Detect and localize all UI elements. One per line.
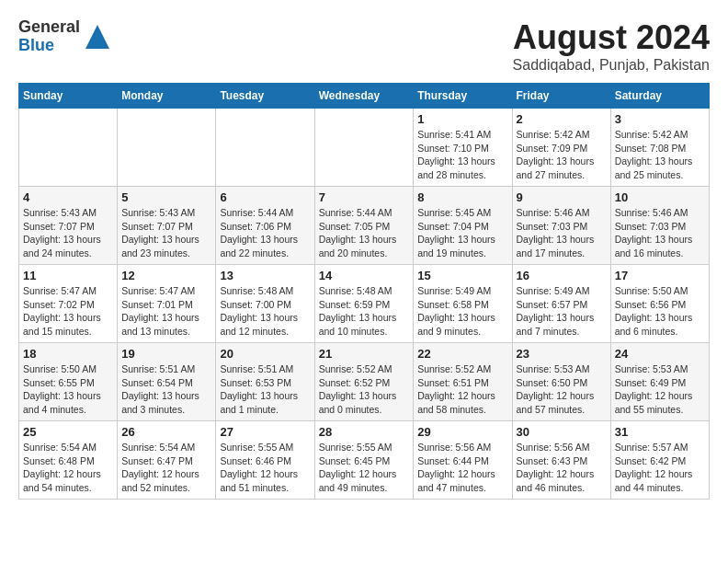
- calendar-cell: 7Sunrise: 5:44 AM Sunset: 7:05 PM Daylig…: [314, 187, 414, 265]
- logo: General Blue: [18, 18, 111, 55]
- day-info: Sunrise: 5:52 AM Sunset: 6:51 PM Dayligh…: [417, 362, 507, 417]
- day-header-sunday: Sunday: [19, 84, 118, 109]
- day-header-monday: Monday: [118, 84, 216, 109]
- calendar-cell: 1Sunrise: 5:41 AM Sunset: 7:10 PM Daylig…: [414, 109, 512, 187]
- calendar-cell: 16Sunrise: 5:49 AM Sunset: 6:57 PM Dayli…: [512, 265, 610, 343]
- calendar-cell: 30Sunrise: 5:56 AM Sunset: 6:43 PM Dayli…: [512, 421, 610, 500]
- day-header-saturday: Saturday: [610, 84, 709, 109]
- day-number: 15: [417, 269, 507, 282]
- day-info: Sunrise: 5:42 AM Sunset: 7:08 PM Dayligh…: [615, 128, 705, 182]
- calendar-cell: 3Sunrise: 5:42 AM Sunset: 7:08 PM Daylig…: [610, 109, 709, 187]
- calendar-cell: 8Sunrise: 5:45 AM Sunset: 7:04 PM Daylig…: [414, 187, 512, 265]
- day-number: 21: [319, 347, 410, 361]
- day-number: 30: [517, 425, 607, 439]
- logo-general-text: General: [18, 18, 80, 37]
- calendar-cell: 11Sunrise: 5:47 AM Sunset: 7:02 PM Dayli…: [19, 265, 118, 343]
- day-header-friday: Friday: [512, 84, 610, 109]
- page-header: General Blue August 2024 Saddiqabad, Pun…: [18, 18, 710, 74]
- logo-icon: [84, 23, 111, 51]
- day-number: 1: [417, 112, 507, 126]
- day-info: Sunrise: 5:44 AM Sunset: 7:05 PM Dayligh…: [319, 206, 410, 260]
- day-number: 20: [220, 347, 310, 361]
- day-number: 26: [121, 425, 211, 439]
- calendar-cell: [118, 109, 216, 187]
- day-info: Sunrise: 5:56 AM Sunset: 6:44 PM Dayligh…: [417, 441, 507, 495]
- day-info: Sunrise: 5:47 AM Sunset: 7:02 PM Dayligh…: [23, 284, 113, 339]
- day-info: Sunrise: 5:55 AM Sunset: 6:46 PM Dayligh…: [220, 441, 310, 495]
- calendar-week-4: 18Sunrise: 5:50 AM Sunset: 6:55 PM Dayli…: [19, 343, 710, 421]
- calendar-cell: 17Sunrise: 5:50 AM Sunset: 6:56 PM Dayli…: [610, 265, 709, 343]
- svg-marker-0: [85, 25, 109, 49]
- day-info: Sunrise: 5:48 AM Sunset: 6:59 PM Dayligh…: [319, 284, 410, 339]
- calendar-cell: 15Sunrise: 5:49 AM Sunset: 6:58 PM Dayli…: [414, 265, 512, 343]
- calendar-cell: 31Sunrise: 5:57 AM Sunset: 6:42 PM Dayli…: [610, 421, 709, 500]
- day-number: 29: [417, 425, 507, 439]
- day-info: Sunrise: 5:52 AM Sunset: 6:52 PM Dayligh…: [319, 362, 410, 417]
- day-info: Sunrise: 5:50 AM Sunset: 6:55 PM Dayligh…: [23, 362, 113, 417]
- day-info: Sunrise: 5:54 AM Sunset: 6:48 PM Dayligh…: [23, 441, 113, 495]
- day-info: Sunrise: 5:45 AM Sunset: 7:04 PM Dayligh…: [417, 206, 507, 260]
- day-info: Sunrise: 5:51 AM Sunset: 6:54 PM Dayligh…: [121, 362, 211, 417]
- day-header-thursday: Thursday: [414, 84, 512, 109]
- day-number: 2: [517, 112, 607, 126]
- day-info: Sunrise: 5:43 AM Sunset: 7:07 PM Dayligh…: [121, 206, 211, 260]
- day-number: 12: [121, 269, 211, 282]
- title-section: August 2024 Saddiqabad, Punjab, Pakistan: [513, 18, 710, 74]
- day-number: 3: [615, 112, 705, 126]
- day-number: 17: [615, 269, 705, 282]
- day-info: Sunrise: 5:53 AM Sunset: 6:49 PM Dayligh…: [615, 362, 705, 417]
- logo-blue-text: Blue: [18, 37, 80, 55]
- day-info: Sunrise: 5:46 AM Sunset: 7:03 PM Dayligh…: [615, 206, 705, 260]
- day-number: 19: [121, 347, 211, 361]
- calendar-cell: 14Sunrise: 5:48 AM Sunset: 6:59 PM Dayli…: [314, 265, 414, 343]
- day-number: 28: [319, 425, 410, 439]
- day-info: Sunrise: 5:43 AM Sunset: 7:07 PM Dayligh…: [23, 206, 113, 260]
- calendar-cell: 26Sunrise: 5:54 AM Sunset: 6:47 PM Dayli…: [118, 421, 216, 500]
- calendar-cell: 2Sunrise: 5:42 AM Sunset: 7:09 PM Daylig…: [512, 109, 610, 187]
- day-number: 16: [517, 269, 607, 282]
- day-number: 9: [517, 190, 607, 204]
- calendar-cell: [19, 109, 118, 187]
- calendar-cell: 22Sunrise: 5:52 AM Sunset: 6:51 PM Dayli…: [414, 343, 512, 421]
- calendar-cell: 21Sunrise: 5:52 AM Sunset: 6:52 PM Dayli…: [314, 343, 414, 421]
- calendar-week-5: 25Sunrise: 5:54 AM Sunset: 6:48 PM Dayli…: [19, 421, 710, 500]
- day-number: 22: [417, 347, 507, 361]
- day-number: 8: [417, 190, 507, 204]
- day-number: 24: [615, 347, 705, 361]
- calendar-cell: 10Sunrise: 5:46 AM Sunset: 7:03 PM Dayli…: [610, 187, 709, 265]
- calendar-cell: [216, 109, 314, 187]
- calendar-cell: 28Sunrise: 5:55 AM Sunset: 6:45 PM Dayli…: [314, 421, 414, 500]
- day-number: 13: [220, 269, 310, 282]
- day-info: Sunrise: 5:46 AM Sunset: 7:03 PM Dayligh…: [517, 206, 607, 260]
- day-info: Sunrise: 5:57 AM Sunset: 6:42 PM Dayligh…: [615, 441, 705, 495]
- calendar-cell: 13Sunrise: 5:48 AM Sunset: 7:00 PM Dayli…: [216, 265, 314, 343]
- calendar-cell: [314, 109, 414, 187]
- day-info: Sunrise: 5:49 AM Sunset: 6:57 PM Dayligh…: [517, 284, 607, 339]
- day-info: Sunrise: 5:54 AM Sunset: 6:47 PM Dayligh…: [121, 441, 211, 495]
- day-number: 23: [517, 347, 607, 361]
- calendar-header: SundayMondayTuesdayWednesdayThursdayFrid…: [19, 84, 710, 109]
- calendar-cell: 4Sunrise: 5:43 AM Sunset: 7:07 PM Daylig…: [19, 187, 118, 265]
- calendar-week-1: 1Sunrise: 5:41 AM Sunset: 7:10 PM Daylig…: [19, 109, 710, 187]
- page-title: August 2024: [513, 18, 710, 57]
- calendar-cell: 6Sunrise: 5:44 AM Sunset: 7:06 PM Daylig…: [216, 187, 314, 265]
- calendar-cell: 29Sunrise: 5:56 AM Sunset: 6:44 PM Dayli…: [414, 421, 512, 500]
- day-info: Sunrise: 5:48 AM Sunset: 7:00 PM Dayligh…: [220, 284, 310, 339]
- day-info: Sunrise: 5:50 AM Sunset: 6:56 PM Dayligh…: [615, 284, 705, 339]
- calendar-cell: 25Sunrise: 5:54 AM Sunset: 6:48 PM Dayli…: [19, 421, 118, 500]
- calendar-cell: 19Sunrise: 5:51 AM Sunset: 6:54 PM Dayli…: [118, 343, 216, 421]
- day-number: 18: [23, 347, 113, 361]
- day-info: Sunrise: 5:47 AM Sunset: 7:01 PM Dayligh…: [121, 284, 211, 339]
- calendar-cell: 20Sunrise: 5:51 AM Sunset: 6:53 PM Dayli…: [216, 343, 314, 421]
- day-header-tuesday: Tuesday: [216, 84, 314, 109]
- day-info: Sunrise: 5:53 AM Sunset: 6:50 PM Dayligh…: [517, 362, 607, 417]
- calendar-cell: 5Sunrise: 5:43 AM Sunset: 7:07 PM Daylig…: [118, 187, 216, 265]
- calendar-cell: 18Sunrise: 5:50 AM Sunset: 6:55 PM Dayli…: [19, 343, 118, 421]
- calendar-week-3: 11Sunrise: 5:47 AM Sunset: 7:02 PM Dayli…: [19, 265, 710, 343]
- day-number: 27: [220, 425, 310, 439]
- day-number: 14: [319, 269, 410, 282]
- day-info: Sunrise: 5:56 AM Sunset: 6:43 PM Dayligh…: [517, 441, 607, 495]
- day-info: Sunrise: 5:42 AM Sunset: 7:09 PM Dayligh…: [517, 128, 607, 182]
- calendar-table: SundayMondayTuesdayWednesdayThursdayFrid…: [18, 83, 710, 500]
- day-number: 4: [23, 190, 113, 204]
